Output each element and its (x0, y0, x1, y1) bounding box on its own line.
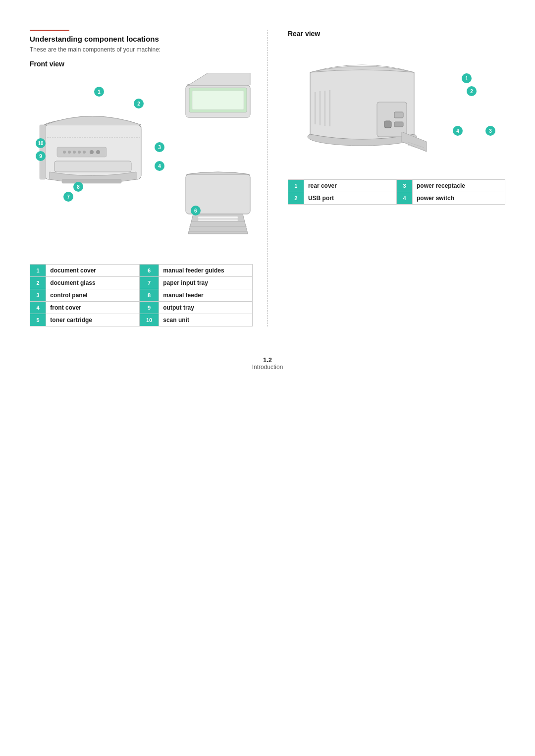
callout-7: 7 (63, 192, 73, 202)
front-view-title: Front view (30, 60, 253, 68)
component-num: 8 (139, 289, 159, 302)
page-section-label: Introduction (30, 364, 505, 371)
svg-rect-24 (377, 102, 407, 137)
svg-point-7 (83, 151, 86, 154)
svg-rect-11 (62, 179, 121, 183)
table-row: 2 USB port 4 power switch (288, 192, 505, 205)
component-label: document cover (46, 265, 140, 277)
page-num-bold: 1.2 (263, 356, 272, 364)
page-footer: 1.2 Introduction (30, 356, 505, 371)
rear-view-title: Rear view (288, 30, 505, 38)
printer-detail-top-svg (183, 73, 253, 130)
page-number: 1.2 (30, 356, 505, 364)
component-num: 2 (30, 277, 46, 289)
callout-10: 10 (36, 138, 46, 148)
component-label: power receptacle (412, 180, 505, 192)
rear-component-table: 1 rear cover 3 power receptacle 2 USB po… (288, 179, 505, 205)
component-label: output tray (159, 302, 253, 314)
rear-callout-2: 2 (467, 86, 477, 96)
callout-1: 1 (94, 87, 104, 97)
svg-rect-25 (394, 112, 403, 118)
left-column: Understanding component locations These … (30, 30, 268, 326)
component-label: paper input tray (159, 277, 253, 289)
svg-point-4 (68, 151, 71, 154)
component-num: 1 (30, 265, 46, 277)
component-label: front cover (46, 302, 140, 314)
section-title: Understanding component locations (30, 35, 253, 43)
component-num: 10 (139, 314, 159, 326)
svg-rect-27 (384, 121, 391, 128)
svg-point-3 (63, 151, 66, 154)
svg-rect-22 (198, 219, 238, 221)
component-label: scan unit (159, 314, 253, 326)
component-label: manual feeder guides (159, 265, 253, 277)
svg-rect-10 (54, 161, 131, 172)
svg-point-9 (96, 150, 100, 154)
content-area: Understanding component locations These … (30, 30, 505, 326)
component-num: 2 (288, 192, 304, 205)
front-component-table: 1 document cover 6 manual feeder guides … (30, 264, 253, 326)
callout-8: 8 (73, 182, 83, 192)
component-label: toner cartridge (46, 314, 140, 326)
rear-callout-1: 1 (462, 73, 472, 83)
component-label: manual feeder (159, 289, 253, 302)
component-num: 4 (396, 192, 412, 205)
rear-callout-3: 3 (485, 126, 495, 136)
table-row: 4 front cover 9 output tray (30, 302, 253, 314)
section-subtitle: These are the main components of your ma… (30, 46, 253, 53)
callout-3: 3 (155, 142, 164, 152)
component-num: 1 (288, 180, 304, 192)
component-label: USB port (304, 192, 396, 205)
component-label: document glass (46, 277, 140, 289)
callout-4: 4 (155, 161, 164, 171)
table-row: 1 document cover 6 manual feeder guides (30, 265, 253, 277)
right-column: Rear view (268, 30, 505, 326)
component-label: control panel (46, 289, 140, 302)
component-num: 7 (139, 277, 159, 289)
svg-rect-21 (198, 216, 238, 218)
svg-point-8 (90, 150, 94, 154)
component-label: power switch (412, 192, 505, 205)
component-label: rear cover (304, 180, 396, 192)
table-row: 5 toner cartridge 10 scan unit (30, 314, 253, 326)
callout-9: 9 (36, 151, 46, 161)
rear-view-diagram: 1 2 3 4 (288, 43, 505, 171)
svg-rect-16 (192, 91, 244, 109)
page: Understanding component locations These … (0, 0, 535, 756)
svg-point-5 (73, 151, 76, 154)
svg-point-6 (78, 151, 81, 154)
component-num: 9 (139, 302, 159, 314)
printer-rear-svg (288, 43, 436, 162)
component-num: 4 (30, 302, 46, 314)
table-row: 2 document glass 7 paper input tray (30, 277, 253, 289)
component-num: 6 (139, 265, 159, 277)
component-num: 3 (30, 289, 46, 302)
svg-rect-26 (394, 122, 403, 127)
component-num: 5 (30, 314, 46, 326)
printer-detail-bottom-svg (183, 169, 253, 239)
table-row: 3 control panel 8 manual feeder (30, 289, 253, 302)
front-view-diagram: 1 2 3 4 10 9 8 7 6 (30, 73, 253, 256)
table-row: 1 rear cover 3 power receptacle (288, 180, 505, 192)
callout-6-detail: 6 (191, 206, 201, 216)
callout-2: 2 (134, 99, 144, 108)
section-rule (30, 30, 69, 31)
component-num: 3 (396, 180, 412, 192)
rear-callout-4: 4 (453, 126, 463, 136)
